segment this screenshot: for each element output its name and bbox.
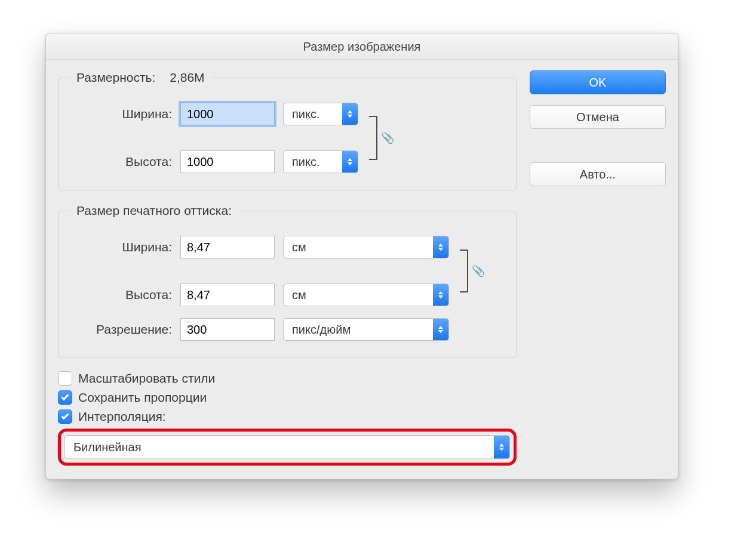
- print-height-unit-value: см: [284, 288, 433, 302]
- pixel-dimensions-label: Размерность:: [76, 70, 155, 84]
- width-label: Ширина:: [69, 107, 172, 121]
- chevron-updown-icon: [342, 103, 358, 125]
- pixel-height-unit-value: пикс.: [284, 155, 342, 169]
- interpolation-checkbox[interactable]: [58, 409, 72, 424]
- print-width-unit-value: см: [284, 241, 433, 254]
- chevron-updown-icon: [433, 319, 448, 340]
- resolution-unit-select[interactable]: пикс/дюйм: [283, 318, 449, 341]
- constrain-link-icon: 📎: [369, 116, 394, 160]
- pixel-width-unit-value: пикс.: [284, 107, 342, 121]
- scale-styles-label: Масштабировать стили: [78, 371, 215, 386]
- print-height-unit-select[interactable]: см: [283, 284, 449, 306]
- file-size-value: 2,86M: [170, 70, 204, 84]
- resolution-input[interactable]: [180, 318, 275, 341]
- resolution-unit-value: пикс/дюйм: [284, 323, 433, 337]
- chevron-updown-icon: [433, 236, 448, 258]
- image-size-dialog: Размер изображения Размерность: 2,86M Ши…: [45, 33, 678, 479]
- pixel-width-unit-select[interactable]: пикс.: [283, 103, 358, 125]
- cancel-button[interactable]: Отмена: [530, 105, 666, 129]
- pixel-height-unit-select[interactable]: пикс.: [283, 150, 358, 173]
- height-label: Высота:: [69, 155, 172, 169]
- scale-styles-checkbox[interactable]: [58, 371, 72, 386]
- interpolation-label: Интерполяция:: [78, 409, 166, 424]
- pixel-dimensions-group: Размерность: 2,86M Ширина: пикс.: [58, 70, 517, 190]
- chevron-updown-icon: [494, 436, 509, 458]
- print-width-input[interactable]: [180, 236, 275, 258]
- print-size-group: Размер печатного оттиска: Ширина: см: [58, 204, 517, 358]
- print-width-label: Ширина:: [69, 240, 172, 254]
- chevron-updown-icon: [342, 151, 358, 173]
- constrain-link-icon: 📎: [460, 250, 485, 292]
- pixel-width-input[interactable]: [180, 103, 275, 125]
- print-width-unit-select[interactable]: см: [283, 236, 449, 258]
- interpolation-value: Билинейная: [65, 441, 494, 454]
- constrain-proportions-label: Сохранить пропорции: [78, 390, 207, 405]
- interpolation-select[interactable]: Билинейная: [64, 435, 510, 459]
- auto-button[interactable]: Авто...: [530, 162, 666, 186]
- pixel-height-input[interactable]: [180, 150, 275, 173]
- chevron-updown-icon: [433, 284, 448, 306]
- print-height-label: Высота:: [69, 288, 172, 302]
- ok-button[interactable]: OK: [530, 70, 666, 94]
- dialog-title: Размер изображения: [46, 33, 678, 60]
- constrain-proportions-checkbox[interactable]: [58, 390, 72, 405]
- resolution-label: Разрешение:: [69, 322, 172, 337]
- interpolation-highlight: Билинейная: [58, 429, 517, 466]
- print-height-input[interactable]: [180, 284, 275, 306]
- print-size-legend: Размер печатного оттиска:: [69, 204, 239, 218]
- pixel-dimensions-legend: Размерность: 2,86M: [69, 70, 212, 85]
